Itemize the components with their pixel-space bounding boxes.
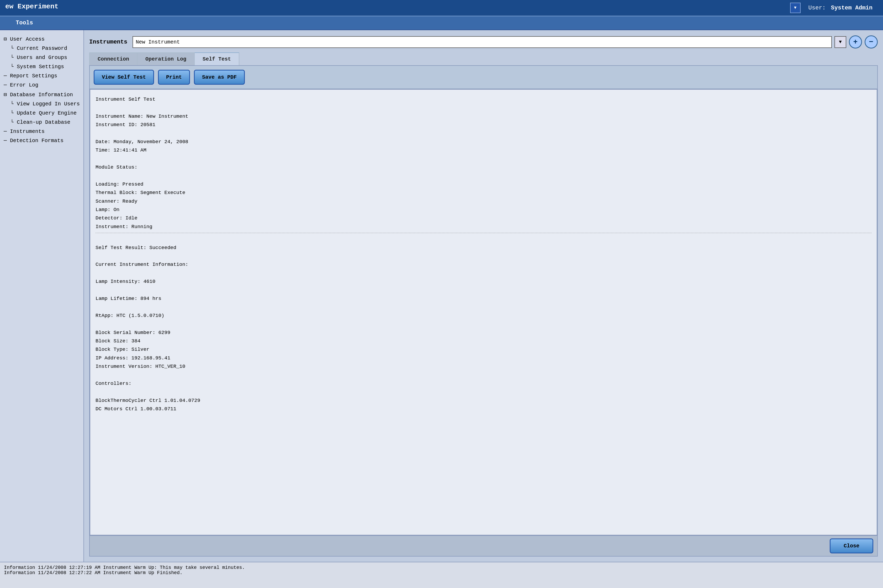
tree-prefix: └ <box>11 101 17 107</box>
log-line-1: Information 11/24/2008 12:27:19 AM Instr… <box>4 565 879 570</box>
sidebar-item-view-logged-in[interactable]: └ View Logged In Users <box>3 99 81 108</box>
tabs-row: Connection Operation Log Self Test <box>89 52 878 65</box>
plus-icon: + <box>853 38 858 46</box>
content-area: View Self Test Print Save as PDF Instrum… <box>89 65 878 556</box>
sidebar-item-user-access[interactable]: ⊟ User Access <box>3 34 81 44</box>
instruments-input[interactable] <box>132 36 832 48</box>
sidebar-item-users-groups[interactable]: └ Users and Groups <box>3 53 81 62</box>
instrument-id: Instrument ID: 20581 <box>96 121 871 129</box>
bottom-log: Information 11/24/2008 12:27:19 AM Instr… <box>0 562 883 588</box>
sidebar-item-label: System Settings <box>17 64 64 70</box>
close-button[interactable]: Close <box>830 538 873 554</box>
sidebar-item-label: Clean-up Database <box>17 119 70 125</box>
sidebar-item-system-settings[interactable]: └ System Settings <box>3 62 81 71</box>
expand-icon: ⊟ <box>4 92 10 98</box>
minus-icon: − <box>869 38 874 46</box>
dropdown-arrow[interactable]: ▼ <box>790 3 800 13</box>
controller1: BlockThermoCycler Ctrl 1.01.04.0729 <box>96 397 871 405</box>
user-label: User: <box>808 5 826 11</box>
tree-prefix: └ <box>11 64 17 70</box>
instruments-label: Instruments <box>89 39 127 45</box>
instrument-running-status: Instrument: Running <box>96 223 871 231</box>
sidebar-item-instruments[interactable]: ─ Instruments <box>3 127 81 136</box>
top-bar: ew Experiment ▼ User: System Admin <box>0 0 883 16</box>
tree-prefix: └ <box>11 45 17 51</box>
self-test-content[interactable]: Instrument Self Test Instrument Name: Ne… <box>90 89 877 535</box>
sidebar-item-label: Update Query Engine <box>17 110 77 116</box>
tree-prefix: ─ <box>4 73 10 79</box>
view-self-test-button[interactable]: View Self Test <box>94 70 154 85</box>
tab-operation-log[interactable]: Operation Log <box>137 52 195 65</box>
log-line-2: Information 11/24/2008 12:27:22 AM Instr… <box>4 570 879 575</box>
self-test-heading: Instrument Self Test <box>96 95 871 103</box>
tab-connection-label: Connection <box>98 56 129 62</box>
close-area: Close <box>90 535 877 556</box>
sidebar-item-label: View Logged In Users <box>17 101 80 107</box>
user-name: System Admin <box>831 5 872 11</box>
tab-operation-log-label: Operation Log <box>145 56 186 62</box>
block-serial: Block Serial Number: 6299 <box>96 329 871 337</box>
sidebar-item-label: User Access <box>10 36 45 42</box>
controllers-label: Controllers: <box>96 380 871 387</box>
actions-row: View Self Test Print Save as PDF <box>90 66 877 89</box>
expand-icon: ⊟ <box>4 36 10 42</box>
block-size: Block Size: 384 <box>96 337 871 345</box>
instrument-version: Instrument Version: HTC_VER_10 <box>96 363 871 370</box>
sidebar: ⊟ User Access └ Current Password └ Users… <box>0 30 84 562</box>
instruments-dropdown[interactable]: ▼ <box>835 36 846 48</box>
sidebar-item-label: Instruments <box>10 129 45 135</box>
sidebar-item-error-log[interactable]: ─ Error Log <box>3 81 81 90</box>
tree-prefix: └ <box>11 119 17 125</box>
tab-connection[interactable]: Connection <box>89 52 137 65</box>
sidebar-item-label: Users and Groups <box>17 54 67 60</box>
tree-prefix: ─ <box>4 138 10 144</box>
instrument-name: Instrument Name: New Instrument <box>96 112 871 120</box>
tree-prefix: ─ <box>4 129 10 135</box>
scanner-status: Scanner: Ready <box>96 197 871 205</box>
date-label: Date: Monday, November 24, 2008 <box>96 138 871 146</box>
add-instrument-button[interactable]: + <box>849 35 862 48</box>
sidebar-item-database-info[interactable]: ⊟ Database Information <box>3 90 81 99</box>
app-title: ew Experiment <box>5 3 59 10</box>
sidebar-item-report-settings[interactable]: ─ Report Settings <box>3 71 81 81</box>
right-panel: Instruments ▼ + − Connection Operation L… <box>84 30 883 562</box>
sidebar-item-update-query[interactable]: └ Update Query Engine <box>3 108 81 118</box>
sidebar-item-label: Current Password <box>17 45 67 51</box>
sidebar-item-current-password[interactable]: └ Current Password <box>3 44 81 53</box>
thermal-block-status: Thermal Block: Segment Execute <box>96 189 871 196</box>
sidebar-item-label: Error Log <box>10 82 38 88</box>
tree-prefix: └ <box>11 110 17 116</box>
user-info: User: System Admin <box>808 5 872 11</box>
sidebar-item-detection-formats[interactable]: ─ Detection Formats <box>3 136 81 145</box>
lamp-intensity: Lamp Intensity: 4610 <box>96 278 871 285</box>
main-content: ⊟ User Access └ Current Password └ Users… <box>0 30 883 562</box>
sidebar-item-label: Report Settings <box>10 73 57 79</box>
controller2: DC Motors Ctrl 1.00.03.0711 <box>96 405 871 413</box>
lamp-lifetime: Lamp Lifetime: 894 hrs <box>96 295 871 303</box>
save-as-pdf-button[interactable]: Save as PDF <box>194 70 245 85</box>
tab-self-test[interactable]: Self Test <box>195 52 239 65</box>
loading-status: Loading: Pressed <box>96 180 871 188</box>
sidebar-item-cleanup-db[interactable]: └ Clean-up Database <box>3 118 81 127</box>
block-type: Block Type: Silver <box>96 345 871 353</box>
sidebar-item-label: Database Information <box>10 92 73 98</box>
remove-instrument-button[interactable]: − <box>865 35 878 48</box>
tools-header: Tools <box>0 16 883 30</box>
rtapp: RtApp: HTC (1.5.0.0710) <box>96 312 871 320</box>
instruments-row: Instruments ▼ + − <box>89 35 878 48</box>
module-status-label: Module Status: <box>96 164 871 171</box>
sidebar-item-label: Detection Formats <box>10 138 63 144</box>
tab-self-test-label: Self Test <box>203 56 231 62</box>
print-button[interactable]: Print <box>158 70 190 85</box>
time-label: Time: 12:41:41 AM <box>96 146 871 154</box>
current-instrument-info: Current Instrument Information: <box>96 261 871 268</box>
ip-address: IP Address: 192.168.95.41 <box>96 354 871 362</box>
self-test-result: Self Test Result: Succeeded <box>96 244 871 252</box>
tree-prefix: └ <box>11 54 17 60</box>
tree-prefix: ─ <box>4 82 10 88</box>
detector-status: Detector: Idle <box>96 214 871 222</box>
lamp-status: Lamp: On <box>96 206 871 214</box>
tools-label: Tools <box>16 20 33 26</box>
